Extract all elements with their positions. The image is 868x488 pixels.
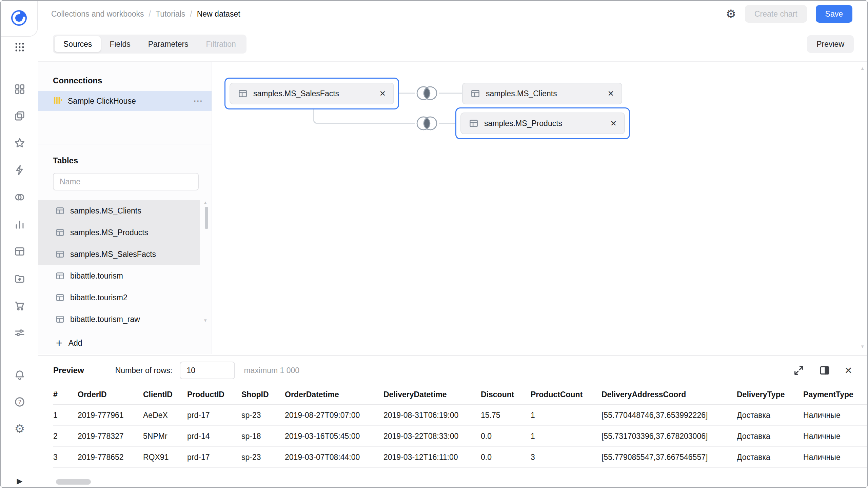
table-item-ms-products[interactable]: samples.MS_Products <box>38 222 200 243</box>
preview-cell: Наличные <box>803 405 867 426</box>
horizontal-scrollbar-thumb[interactable] <box>56 479 91 485</box>
preview-column-header: ProductCount <box>531 385 601 405</box>
canvas-scroll-up-icon[interactable]: ▲ <box>860 66 865 71</box>
marketplace-cart-icon[interactable] <box>13 299 26 312</box>
services-sliders-icon[interactable] <box>13 326 26 340</box>
apps-grid-icon[interactable] <box>13 40 26 54</box>
dataset-settings-gear-icon[interactable]: ⚙ <box>726 7 736 21</box>
node-remove-icon[interactable]: ✕ <box>379 89 386 98</box>
datalens-logo[interactable] <box>9 8 29 29</box>
save-button[interactable]: Save <box>816 5 852 23</box>
preview-actions: ✕ <box>793 365 852 376</box>
connection-menu-icon[interactable]: ⋯ <box>193 96 203 106</box>
list-scroll-down-icon[interactable]: ▼ <box>203 318 208 323</box>
tables-title: Tables <box>53 156 212 165</box>
table-item-label: bibattle.tourism2 <box>70 293 127 302</box>
table-item-tourism2[interactable]: bibattle.tourism2 <box>38 287 200 308</box>
preview-cell: sp-18 <box>241 426 285 447</box>
dataset-join-canvas[interactable]: samples.MS_SalesFacts ✕ <box>212 62 867 354</box>
table-item-tourism[interactable]: bibattle.tourism <box>38 265 200 287</box>
node-ms-products[interactable]: samples.MS_Products ✕ <box>455 107 630 139</box>
preview-table-body: 12019-777961AeDeXprd-17sp-232019-08-27T0… <box>53 405 867 468</box>
preview-column-header: Discount <box>481 385 531 405</box>
split-view-icon[interactable] <box>819 365 830 376</box>
preview-cell: Доставка <box>737 447 803 468</box>
table-item-ms-clients[interactable]: samples.MS_Clients <box>38 200 200 222</box>
preview-cell: 1 <box>531 426 601 447</box>
connection-item-sample-clickhouse[interactable]: Sample ClickHouse ⋯ <box>38 91 212 111</box>
workbooks-icon[interactable] <box>13 109 26 123</box>
preview-cell: prd-14 <box>187 426 241 447</box>
table-item-tourism-raw[interactable]: bibattle.tourism_raw <box>38 308 200 330</box>
preview-cell: AeDeX <box>143 405 187 426</box>
node-ms-salesfacts[interactable]: samples.MS_SalesFacts ✕ <box>224 78 399 109</box>
fullscreen-expand-icon[interactable] <box>793 365 805 376</box>
node-label: samples.MS_SalesFacts <box>253 89 339 98</box>
tables-search-input[interactable] <box>53 173 199 190</box>
tab-filtration: Filtration <box>197 36 245 52</box>
node-ms-clients[interactable]: samples.MS_Clients ✕ <box>462 83 622 104</box>
list-scroll-up-icon[interactable]: ▲ <box>203 200 208 205</box>
expand-play-icon[interactable]: ▶ <box>13 474 26 488</box>
help-icon[interactable]: ? <box>13 395 26 409</box>
preview-cell: 2019-03-12T16:11:00 <box>383 447 481 468</box>
connection-name: Sample ClickHouse <box>68 97 136 106</box>
app-window: ? ⚙ ▶ Collections and workbooks / Tutori… <box>0 0 868 488</box>
preview-cell: 2019-03-22T08:33:00 <box>383 426 481 447</box>
breadcrumb-tutorials[interactable]: Tutorials <box>156 9 185 19</box>
preview-cell: Наличные <box>803 426 867 447</box>
join-icon-salesfacts-clients[interactable] <box>413 82 440 104</box>
close-preview-icon[interactable]: ✕ <box>845 365 852 376</box>
create-chart-button[interactable]: Create chart <box>745 5 807 23</box>
breadcrumb-current: New dataset <box>197 9 240 19</box>
preview-cell: Наличные <box>803 447 867 468</box>
storage-folder-icon[interactable] <box>13 272 26 285</box>
node-label: samples.MS_Clients <box>486 89 557 98</box>
preview-column-header: DeliveryAddressCoord <box>601 385 737 405</box>
breadcrumb-separator: / <box>190 9 192 19</box>
preview-cell: sp-23 <box>241 405 285 426</box>
quick-bolt-icon[interactable] <box>13 163 26 177</box>
clickhouse-bars-icon <box>53 96 62 106</box>
list-scrollbar-thumb[interactable] <box>205 207 208 229</box>
add-table-button[interactable]: + Add <box>38 333 212 352</box>
table-item-ms-salesfacts[interactable]: samples.MS_SalesFacts <box>38 243 200 265</box>
preview-cell: 1 <box>53 405 78 426</box>
favorites-star-icon[interactable] <box>13 136 26 150</box>
preview-title: Preview <box>53 366 84 375</box>
table-grid-icon[interactable] <box>13 245 26 258</box>
bar-chart-icon[interactable] <box>13 218 26 231</box>
rows-count-input[interactable] <box>180 362 235 379</box>
node-remove-icon[interactable]: ✕ <box>610 119 617 128</box>
connections-title: Connections <box>53 76 212 85</box>
breadcrumb-collections[interactable]: Collections and workbooks <box>51 9 144 19</box>
settings-gear-icon[interactable]: ⚙ <box>13 422 26 435</box>
preview-cell: 5NPMr <box>143 426 187 447</box>
preview-cell: 2019-03-16T05:45:00 <box>285 426 383 447</box>
table-item-label: samples.MS_Products <box>70 228 148 237</box>
canvas-scroll-down-icon[interactable]: ▼ <box>860 344 865 349</box>
breadcrumb-separator: / <box>149 9 151 19</box>
preview-cell: Доставка <box>737 426 803 447</box>
preview-column-header: DeliveryDatetime <box>383 385 481 405</box>
add-label: Add <box>68 339 82 348</box>
sources-panel: Connections Sample ClickHouse ⋯ Tables s… <box>38 62 212 354</box>
preview-cell: 1 <box>531 405 601 426</box>
preview-table-row: 22019-7783275NPMrprd-14sp-182019-03-16T0… <box>53 426 867 447</box>
preview-cell: [55.779085547,37.667546557] <box>601 447 737 468</box>
preview-column-header: ProductID <box>187 385 241 405</box>
tab-parameters[interactable]: Parameters <box>139 36 197 52</box>
notifications-bell-icon[interactable] <box>13 368 26 382</box>
tab-fields[interactable]: Fields <box>101 36 139 52</box>
collections-icon[interactable] <box>13 82 26 96</box>
tables-list: samples.MS_Clients samples.MS_Products s… <box>38 200 200 330</box>
join-icon-salesfacts-products[interactable] <box>413 113 440 134</box>
preview-cell: [55.731703396,37.678203006] <box>601 426 737 447</box>
preview-cell: prd-17 <box>187 405 241 426</box>
joins-venn-icon[interactable] <box>13 190 26 204</box>
tab-sources[interactable]: Sources <box>55 36 101 52</box>
logo-tile <box>1 1 38 37</box>
preview-toggle-button[interactable]: Preview <box>807 35 854 53</box>
preview-column-header: # <box>53 385 78 405</box>
node-remove-icon[interactable]: ✕ <box>608 89 614 98</box>
